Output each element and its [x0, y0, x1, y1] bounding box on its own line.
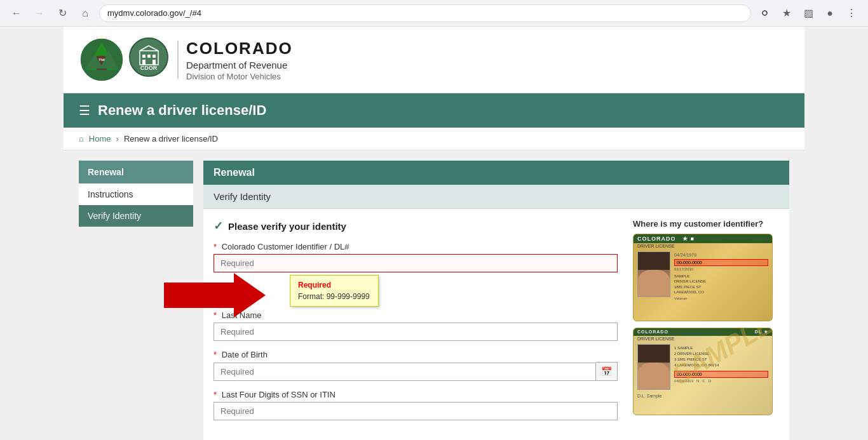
division-name: Division of Motor Vehicles — [186, 72, 293, 81]
form-right: Where is my customer identifier? COLORAD… — [633, 219, 779, 429]
forward-button[interactable]: → — [31, 4, 48, 22]
lastname-label: * Last Name — [214, 310, 618, 320]
dob-field-group: * Date of Birth 📅 — [214, 350, 618, 381]
content-area: Renewal Verify Identity ✓ Please verify … — [203, 161, 789, 440]
svg-text:CDOR: CDOR — [140, 65, 158, 71]
lastname-input[interactable] — [214, 323, 618, 341]
svg-text:™: ™ — [98, 57, 105, 65]
logo-divider — [177, 41, 179, 79]
id-card-2-body: 1 SAMPLE2 DRIVER LICENSE3 1881 PIERCE ST… — [634, 342, 772, 392]
sidebar: Renewal Instructions Verify Identity — [79, 161, 193, 440]
dept-name: Department of Revenue — [186, 60, 293, 70]
ssn-input[interactable] — [214, 402, 618, 420]
ssn-label: * Last Four Digits of SSN or ITIN — [214, 390, 618, 399]
hamburger-icon[interactable]: ☰ — [79, 103, 90, 118]
breadcrumb-current: Renew a driver license/ID — [124, 134, 218, 143]
form-title-text: Please verify your identity — [228, 221, 346, 232]
dob-required-star: * — [214, 350, 217, 359]
breadcrumb: ⌂ Home › Renew a driver license/ID — [64, 128, 804, 150]
page-wrapper: ™ CDOR — [64, 27, 804, 440]
dob-label: * Date of Birth — [214, 350, 618, 359]
tooltip-required: Required — [298, 281, 370, 290]
extensions-icon[interactable]: ▨ — [799, 4, 817, 22]
dl-tooltip: Required Format: 99-999-9999 — [290, 275, 379, 307]
menu-icon[interactable]: ⋮ — [843, 4, 860, 22]
id-card-2-photo — [637, 344, 670, 390]
id-card-label: Where is my customer identifier? — [633, 219, 779, 229]
renewal-section-header: Renewal — [203, 161, 789, 185]
date-input-wrapper: 📅 — [214, 362, 618, 381]
id-card-1-highlight: 00-000-0000 — [674, 259, 768, 266]
page-title-bar: ☰ Renew a driver license/ID — [64, 93, 804, 128]
sidebar-item-verify-identity[interactable]: Verify Identity — [79, 205, 193, 227]
org-name: COLORADO — [186, 39, 293, 58]
main-content: Renewal Instructions Verify Identity Ren… — [64, 150, 804, 440]
breadcrumb-home-link[interactable]: Home — [89, 134, 111, 143]
id-card-1: COLORADO ★ ■ DRIVER LICENSE 04/24/1978 0… — [633, 234, 773, 321]
home-button[interactable]: ⌂ — [76, 4, 94, 22]
form-section: ✓ Please verify your identity * Colorado… — [203, 219, 789, 439]
id-card-2: COLORADO DL ★ DRIVER LICENSE 1 SAM — [633, 328, 773, 415]
ssn-required-star: * — [214, 390, 217, 399]
verify-identity-header: Verify Identity — [203, 185, 789, 209]
home-icon: ⌂ — [79, 134, 84, 143]
lastname-required-star: * — [214, 310, 217, 320]
ssn-field-group: * Last Four Digits of SSN or ITIN — [214, 390, 618, 420]
page-title: Renew a driver license/ID — [98, 102, 266, 119]
id-card-2-state: COLORADO — [637, 330, 668, 335]
url-text: mydmv.colorado.gov/_/#4 — [107, 8, 743, 18]
id-card-1-photo — [637, 251, 670, 297]
logo-icons: ™ CDOR — [79, 37, 170, 83]
svg-rect-10 — [153, 60, 156, 65]
share-icon[interactable]: ⭘ — [756, 4, 774, 22]
cdor-logo: CDOR — [128, 37, 170, 78]
address-bar[interactable]: mydmv.colorado.gov/_/#4 — [99, 4, 751, 22]
lastname-field-group: * Last Name — [214, 310, 618, 341]
reload-button[interactable]: ↻ — [53, 4, 71, 22]
colorado-logo: ™ — [79, 37, 125, 83]
dl-field-group: * Colorado Customer Identifier / DL# Req… — [214, 242, 618, 272]
dl-required-star: * — [214, 242, 217, 251]
logo-area: ™ CDOR — [79, 37, 293, 83]
site-header: ™ CDOR — [64, 27, 804, 93]
svg-rect-9 — [142, 60, 146, 65]
id-card-1-header: COLORADO ★ ■ — [634, 234, 772, 243]
back-button[interactable]: ← — [8, 4, 25, 22]
id-card-1-details: 04/24/1978 00-000-0000 03/17/2030 SAMPLE… — [674, 251, 768, 300]
id-card-1-body: 04/24/1978 00-000-0000 03/17/2030 SAMPLE… — [634, 249, 772, 303]
svg-rect-7 — [147, 55, 151, 58]
sidebar-section-header: Renewal — [79, 161, 193, 183]
bookmark-icon[interactable]: ★ — [778, 4, 796, 22]
form-left: ✓ Please verify your identity * Colorado… — [214, 219, 618, 429]
svg-rect-6 — [142, 55, 146, 58]
dl-label: * Colorado Customer Identifier / DL# — [214, 242, 618, 251]
browser-chrome: ← → ↻ ⌂ mydmv.colorado.gov/_/#4 ⭘ ★ ▨ ● … — [0, 0, 868, 27]
dl-input[interactable] — [214, 254, 618, 272]
sidebar-item-instructions[interactable]: Instructions — [79, 183, 193, 205]
profile-icon[interactable]: ● — [821, 4, 839, 22]
svg-rect-8 — [153, 55, 156, 58]
tooltip-format: Format: 99-999-9999 — [298, 292, 370, 301]
checkmark-icon: ✓ — [214, 219, 223, 233]
breadcrumb-separator: › — [116, 134, 119, 143]
calendar-button[interactable]: 📅 — [596, 362, 618, 381]
dob-input[interactable] — [214, 363, 596, 381]
logo-text-area: COLORADO Department of Revenue Division … — [186, 39, 293, 81]
verify-title: ✓ Please verify your identity — [214, 219, 618, 233]
browser-actions: ⭘ ★ ▨ ● ⋮ — [756, 4, 860, 22]
